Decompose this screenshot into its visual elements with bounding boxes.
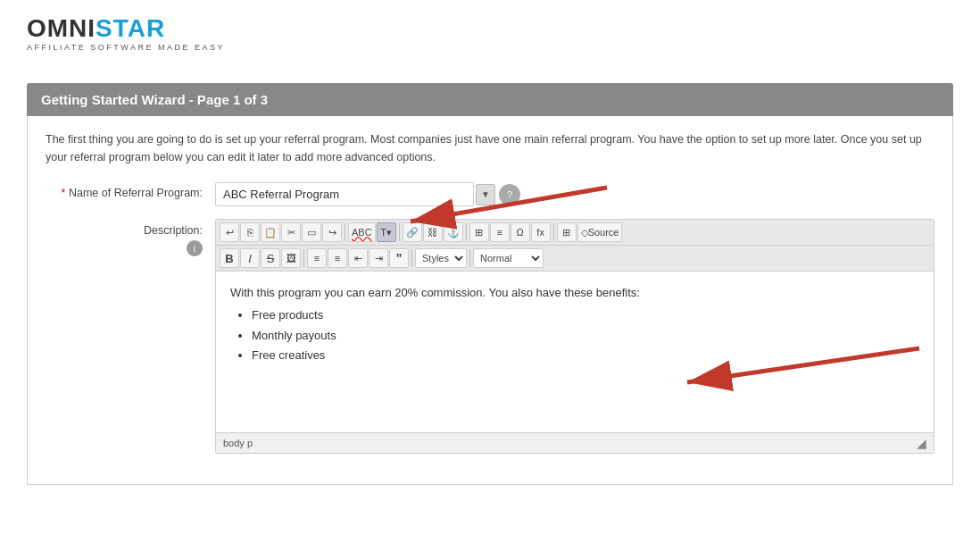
tb-align-btn[interactable]: ≡ <box>490 222 510 242</box>
editor-tag-path: body p <box>223 438 253 448</box>
wizard-header: Getting Started Wizard - Page 1 of 3 <box>27 83 953 116</box>
wizard-title: Getting Started Wizard - Page 1 of 3 <box>41 92 268 107</box>
logo-star: STAR <box>96 14 165 42</box>
name-label-text: * Name of Referral Program: <box>62 187 203 199</box>
tb-anchor-btn[interactable]: ⚓ <box>444 222 463 242</box>
name-input-wrap: ▼ ? <box>215 182 520 206</box>
tb-link-btn[interactable]: 🔗 <box>403 222 422 242</box>
tb-sep-6 <box>411 249 412 267</box>
required-star: * <box>62 187 69 199</box>
description-field-row: Description: i ↩ ⎘ 📋 ✂ ▭ ↪ <box>46 219 934 454</box>
name-input[interactable] <box>215 182 474 206</box>
desc-label-col: Description: i <box>46 219 215 256</box>
editor-intro-text: With this program you can earn 20% commi… <box>230 284 919 303</box>
editor-bullets-list: Free products Monthly payouts Free creat… <box>230 306 919 365</box>
header: OMNISTAR AFFILIATE SOFTWARE MADE EASY <box>0 0 980 61</box>
tb-table-btn[interactable]: ⊞ <box>469 222 489 242</box>
tb-specialchar-btn[interactable]: Ω <box>511 222 530 242</box>
tb-cut-btn[interactable]: ✂ <box>281 222 301 242</box>
tb-paste-btn[interactable]: 📋 <box>261 222 280 242</box>
rich-text-editor: ↩ ⎘ 📋 ✂ ▭ ↪ ABC T▾ 🔗 ⛓ ⚓ ⊞ <box>215 219 934 454</box>
tb-image-btn[interactable]: 🖼 <box>281 248 301 268</box>
toolbar-row-1: ↩ ⎘ 📋 ✂ ▭ ↪ ABC T▾ 🔗 ⛓ ⚓ ⊞ <box>216 220 934 246</box>
description-info-icon[interactable]: i <box>187 240 203 256</box>
tb-sep-5 <box>303 249 304 267</box>
tb-sep-2 <box>399 223 400 241</box>
name-input-action-btn[interactable]: ▼ <box>476 184 495 205</box>
logo-tagline: AFFILIATE SOFTWARE MADE EASY <box>27 43 953 52</box>
tb-italic-btn[interactable]: I <box>240 248 260 268</box>
tb-sep-7 <box>469 249 470 267</box>
tb-bold-btn[interactable]: B <box>220 248 239 268</box>
tb-unordered-list-btn[interactable]: ≡ <box>328 248 347 268</box>
logo-omni: OMNI <box>27 14 96 42</box>
tb-source-btn[interactable]: ◇ Source <box>577 222 623 242</box>
tb-spellcheck-btn[interactable]: ABC <box>348 222 376 242</box>
wizard-description-text: The first thing you are going to do is s… <box>46 130 934 166</box>
name-label: * Name of Referral Program: <box>46 182 215 199</box>
tb-sep-3 <box>466 223 467 241</box>
editor-content-area[interactable]: With this program you can earn 20% commi… <box>216 272 934 432</box>
tb-grid-btn[interactable]: ⊞ <box>557 222 577 242</box>
editor-bullet-1: Free products <box>252 306 919 325</box>
tb-sep-4 <box>553 223 554 241</box>
tb-ordered-list-btn[interactable]: ≡ <box>307 248 327 268</box>
tb-outdent-btn[interactable]: ⇤ <box>348 248 368 268</box>
tb-copy-btn[interactable]: ⎘ <box>240 222 260 242</box>
format-select[interactable]: Normal Heading 1 Heading 2 <box>473 248 544 268</box>
logo-text: OMNISTAR <box>27 16 953 41</box>
tb-blockquote-btn[interactable]: " <box>389 248 409 268</box>
logo: OMNISTAR AFFILIATE SOFTWARE MADE EASY <box>27 16 953 52</box>
tb-indent-btn[interactable]: ⇥ <box>369 248 388 268</box>
name-help-btn[interactable]: ? <box>499 184 520 205</box>
tb-format-btn[interactable]: T▾ <box>377 222 396 242</box>
tb-unlink-btn[interactable]: ⛓ <box>423 222 443 242</box>
description-label: Description: <box>144 224 203 237</box>
name-field-row: * Name of Referral Program: ▼ ? <box>46 182 934 206</box>
styles-select[interactable]: Styles <box>415 248 467 268</box>
tb-math-btn[interactable]: fx <box>531 222 551 242</box>
tb-undo-btn[interactable]: ↩ <box>220 222 239 242</box>
tb-redo-btn[interactable]: ↪ <box>322 222 342 242</box>
editor-resize-handle[interactable]: ◢ <box>917 436 926 450</box>
editor-statusbar: body p ◢ <box>216 432 934 453</box>
page-wrapper: OMNISTAR AFFILIATE SOFTWARE MADE EASY Ge… <box>0 0 980 552</box>
editor-bullet-2: Monthly payouts <box>252 327 919 346</box>
wizard-body: The first thing you are going to do is s… <box>27 116 953 485</box>
tb-strike-btn[interactable]: S <box>261 248 280 268</box>
source-label: Source <box>588 227 619 238</box>
toolbar-row-2: B I S 🖼 ≡ ≡ ⇤ ⇥ " Styles <box>216 246 934 272</box>
editor-bullet-3: Free creatives <box>252 347 919 365</box>
main-content: Getting Started Wizard - Page 1 of 3 The… <box>0 61 980 503</box>
tb-pastetext-btn[interactable]: ▭ <box>302 222 321 242</box>
info-i: i <box>194 243 195 254</box>
tb-sep-1 <box>345 223 345 241</box>
